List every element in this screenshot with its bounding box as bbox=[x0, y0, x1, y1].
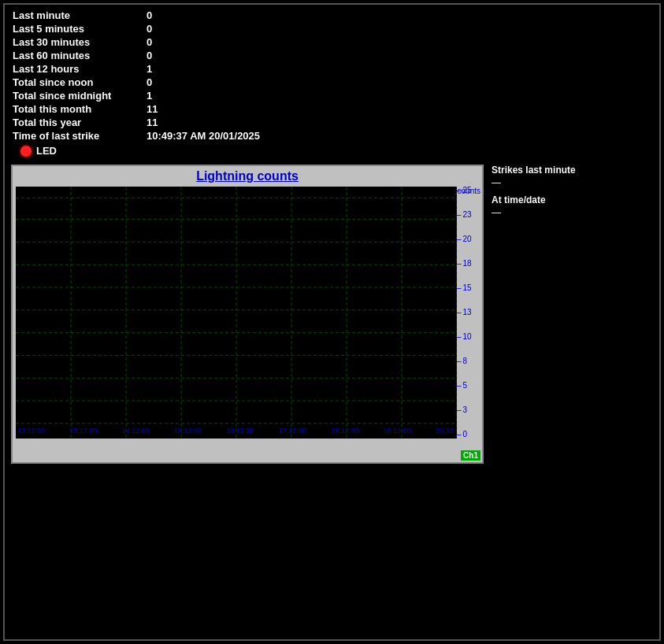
stat-row: Last minute0 bbox=[13, 9, 651, 21]
at-time-label: At time/date bbox=[492, 194, 576, 205]
stat-value: 0 bbox=[147, 9, 152, 21]
x-axis: 12:12:0013:12:0014:12:0015:12:0016:12:00… bbox=[16, 423, 457, 439]
stat-value: 11 bbox=[147, 117, 158, 128]
y-tick: 5 bbox=[457, 382, 480, 390]
x-tick: 15:12:00 bbox=[174, 427, 202, 435]
chart-grid bbox=[16, 187, 457, 439]
stat-value: 1 bbox=[147, 63, 152, 75]
stat-value: 0 bbox=[147, 76, 152, 88]
y-tick: 10 bbox=[457, 333, 480, 341]
stat-label: Total this year bbox=[13, 117, 147, 128]
stat-row: Last 60 minutes0 bbox=[13, 50, 651, 61]
stat-label: Last 12 hours bbox=[13, 63, 147, 75]
stat-label: Last minute bbox=[13, 9, 147, 21]
led-indicator bbox=[20, 146, 32, 157]
stat-label: Total this month bbox=[13, 103, 147, 115]
stat-label: Time of last strike bbox=[13, 130, 147, 142]
stat-value: 0 bbox=[147, 36, 152, 48]
y-tick: 18 bbox=[457, 260, 480, 268]
x-tick: 19:12:00 bbox=[384, 427, 411, 435]
stat-row: Total this year11 bbox=[13, 117, 651, 128]
x-tick: 17:12:00 bbox=[279, 427, 306, 435]
chart-area-wrapper: 12:12:0013:12:0014:12:0015:12:0016:12:00… bbox=[13, 185, 482, 456]
stat-value: 1 bbox=[147, 90, 152, 102]
stat-row: Total this month11 bbox=[13, 103, 651, 115]
strikes-last-minute-label: Strikes last minute bbox=[492, 165, 576, 176]
at-time-value: — bbox=[492, 207, 576, 218]
stat-label: Last 60 minutes bbox=[13, 50, 147, 61]
x-tick: 13:12:00 bbox=[69, 427, 97, 435]
stat-label: Total since midnight bbox=[13, 90, 147, 102]
chart-inner: 12:12:0013:12:0014:12:0015:12:0016:12:00… bbox=[16, 187, 457, 439]
chart-container: Lightning counts bbox=[11, 165, 484, 464]
counts-label: counts bbox=[458, 187, 480, 195]
stat-row: Total since noon0 bbox=[13, 76, 651, 88]
stat-row: Time of last strike10:49:37 AM 20/01/202… bbox=[13, 130, 651, 142]
stat-row: Total since midnight1 bbox=[13, 90, 651, 102]
y-tick: 20 bbox=[457, 235, 480, 243]
stat-row: Last 5 minutes0 bbox=[13, 23, 651, 35]
stat-label: Last 30 minutes bbox=[13, 36, 147, 48]
led-label: LED bbox=[36, 145, 57, 157]
y-axis: 252320181513108530 bbox=[457, 185, 480, 456]
y-tick: 0 bbox=[457, 431, 480, 439]
ch-badge: Ch1 bbox=[461, 450, 480, 461]
y-tick: 8 bbox=[457, 357, 480, 365]
x-tick: 14:12:00 bbox=[122, 427, 150, 435]
stat-value: 0 bbox=[147, 50, 152, 61]
chart-title: Lightning counts bbox=[13, 166, 482, 185]
outer-border: Last minute0Last 5 minutes0Last 30 minut… bbox=[3, 3, 661, 641]
strikes-last-minute-value: — bbox=[492, 177, 576, 188]
y-tick: 3 bbox=[457, 406, 480, 414]
main-panel: Lightning counts bbox=[5, 161, 659, 639]
stat-row: Last 30 minutes0 bbox=[13, 36, 651, 48]
x-tick: 16:12:00 bbox=[226, 427, 254, 435]
y-tick: 23 bbox=[457, 211, 480, 219]
x-tick: 18:12:00 bbox=[331, 427, 358, 435]
x-tick: 20:12: bbox=[436, 427, 455, 435]
right-panel: Strikes last minute — At time/date — bbox=[492, 165, 576, 636]
stat-value: 11 bbox=[147, 103, 158, 115]
stats-section: Last minute0Last 5 minutes0Last 30 minut… bbox=[5, 5, 659, 161]
y-tick: 13 bbox=[457, 309, 480, 316]
y-tick: 15 bbox=[457, 284, 480, 292]
stat-row: Last 12 hours1 bbox=[13, 63, 651, 75]
stat-label: Last 5 minutes bbox=[13, 23, 147, 35]
led-row: LED bbox=[20, 145, 651, 157]
stat-value: 0 bbox=[147, 23, 152, 35]
stat-value: 10:49:37 AM 20/01/2025 bbox=[147, 130, 260, 142]
x-tick: 12:12:00 bbox=[17, 427, 45, 435]
stat-label: Total since noon bbox=[13, 76, 147, 88]
